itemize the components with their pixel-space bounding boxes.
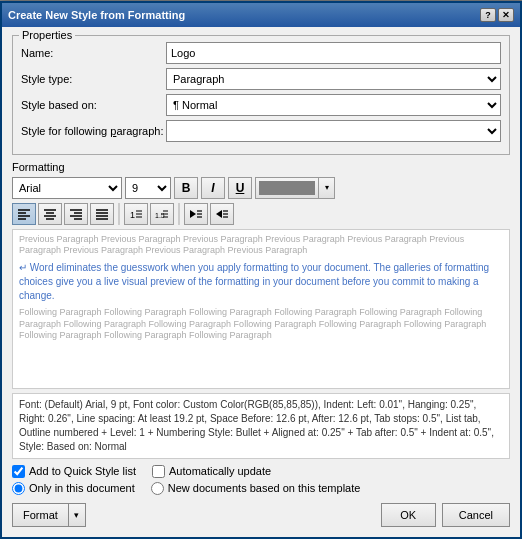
format-arrow-icon[interactable]: ▾ (68, 503, 86, 527)
svg-text:1.5: 1.5 (155, 212, 165, 219)
right-buttons: OK Cancel (381, 503, 510, 527)
formatting-label: Formatting (12, 161, 510, 173)
name-label: Name: (21, 47, 166, 59)
properties-legend: Properties (19, 29, 75, 41)
description-text: Font: (Default) Arial, 9 pt, Font color:… (19, 399, 494, 452)
auto-update-text: Automatically update (169, 465, 271, 477)
font-select-wrapper: Arial (12, 177, 122, 199)
add-to-quick-style-checkbox[interactable] (12, 465, 25, 478)
line-spacing-1-button[interactable]: 1 (124, 203, 148, 225)
format-button[interactable]: Format (12, 503, 68, 527)
svg-marker-28 (216, 210, 222, 218)
add-to-quick-style-text: Add to Quick Style list (29, 465, 136, 477)
preview-prev-paragraph: Previous Paragraph Previous Paragraph Pr… (19, 234, 503, 257)
format-dropdown: Format ▾ (12, 503, 86, 527)
options-row-2: Only in this document New documents base… (12, 482, 510, 495)
preview-box: Previous Paragraph Previous Paragraph Pr… (12, 229, 510, 389)
svg-marker-24 (190, 210, 196, 218)
name-row: Name: (21, 42, 501, 64)
preview-arrow-icon: ↵ (19, 262, 30, 273)
auto-update-label[interactable]: Automatically update (152, 465, 271, 478)
properties-group: Properties Name: Style type: Paragraph S… (12, 35, 510, 155)
align-right-button[interactable] (64, 203, 88, 225)
options-row-1: Add to Quick Style list Automatically up… (12, 465, 510, 478)
divider-2 (178, 203, 180, 225)
style-following-label: Style for following paragraph: (21, 125, 166, 137)
create-style-dialog: Create New Style from Formatting ? ✕ Pro… (0, 1, 522, 539)
style-type-row: Style type: Paragraph (21, 68, 501, 90)
title-bar: Create New Style from Formatting ? ✕ (2, 3, 520, 27)
add-to-quick-style-label[interactable]: Add to Quick Style list (12, 465, 136, 478)
style-based-label: Style based on: (21, 99, 166, 111)
line-spacing-15-button[interactable]: 1.5 (150, 203, 174, 225)
style-following-select[interactable] (166, 120, 501, 142)
color-arrow-icon: ▾ (318, 178, 334, 198)
auto-update-checkbox[interactable] (152, 465, 165, 478)
formatting-section: Formatting Arial 9 B I U ▾ (12, 161, 510, 459)
underline-button[interactable]: U (228, 177, 252, 199)
only-this-doc-radio[interactable] (12, 482, 25, 495)
style-type-label: Style type: (21, 73, 166, 85)
new-docs-text: New documents based on this template (168, 482, 361, 494)
title-bar-buttons: ? ✕ (480, 8, 514, 22)
description-box: Font: (Default) Arial, 9 pt, Font color:… (12, 393, 510, 459)
preview-next-paragraph: Following Paragraph Following Paragraph … (19, 307, 503, 342)
style-based-select[interactable]: ¶ Normal (166, 94, 501, 116)
font-select[interactable]: Arial (12, 177, 122, 199)
style-based-row: Style based on: ¶ Normal (21, 94, 501, 116)
increase-indent-button[interactable] (210, 203, 234, 225)
italic-button[interactable]: I (201, 177, 225, 199)
style-type-select[interactable]: Paragraph (166, 68, 501, 90)
new-docs-label[interactable]: New documents based on this template (151, 482, 361, 495)
name-input[interactable] (166, 42, 501, 64)
preview-main-paragraph: ↵ Word eliminates the guesswork when you… (19, 261, 503, 303)
font-row: Arial 9 B I U ▾ (12, 177, 510, 199)
divider-1 (118, 203, 120, 225)
align-left-button[interactable] (12, 203, 36, 225)
align-justify-button[interactable] (90, 203, 114, 225)
svg-text:1: 1 (130, 210, 135, 220)
button-row: Format ▾ OK Cancel (12, 503, 510, 527)
only-this-doc-text: Only in this document (29, 482, 135, 494)
alignment-row: 1 1.5 (12, 203, 510, 225)
size-select[interactable]: 9 (125, 177, 171, 199)
decrease-indent-button[interactable] (184, 203, 208, 225)
align-center-button[interactable] (38, 203, 62, 225)
style-following-select-wrapper (166, 120, 501, 142)
only-this-doc-label[interactable]: Only in this document (12, 482, 135, 495)
style-following-row: Style for following paragraph: (21, 120, 501, 142)
close-button[interactable]: ✕ (498, 8, 514, 22)
preview-main-text: Word eliminates the guesswork when you a… (19, 262, 489, 301)
dialog-title: Create New Style from Formatting (8, 9, 185, 21)
bold-button[interactable]: B (174, 177, 198, 199)
font-color-button[interactable]: ▾ (255, 177, 335, 199)
help-button[interactable]: ? (480, 8, 496, 22)
dialog-content: Properties Name: Style type: Paragraph S… (2, 27, 520, 537)
style-type-select-wrapper: Paragraph (166, 68, 501, 90)
color-swatch (259, 181, 315, 195)
size-select-wrapper: 9 (125, 177, 171, 199)
cancel-button[interactable]: Cancel (442, 503, 510, 527)
ok-button[interactable]: OK (381, 503, 436, 527)
new-docs-radio[interactable] (151, 482, 164, 495)
style-based-select-wrapper: ¶ Normal (166, 94, 501, 116)
